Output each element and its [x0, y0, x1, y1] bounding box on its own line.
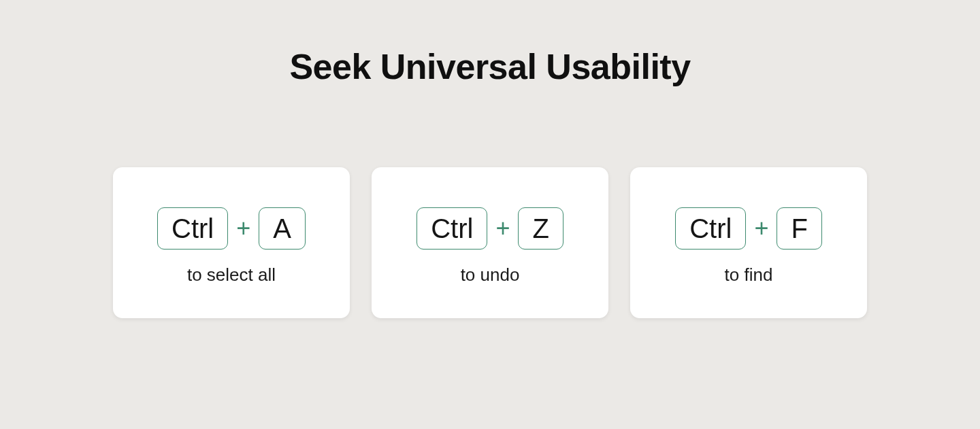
plus-icon: +: [754, 214, 768, 243]
shortcut-card-find: Ctrl + F to find: [630, 167, 867, 318]
shortcut-card-undo: Ctrl + Z to undo: [372, 167, 608, 318]
key-z: Z: [518, 207, 563, 250]
shortcut-cards: Ctrl + A to select all Ctrl + Z to undo …: [113, 167, 867, 318]
key-f: F: [777, 207, 821, 250]
key-ctrl: Ctrl: [157, 207, 228, 250]
shortcut-description: to undo: [461, 264, 520, 286]
key-row: Ctrl + A: [157, 207, 306, 250]
shortcut-card-select-all: Ctrl + A to select all: [113, 167, 350, 318]
key-row: Ctrl + F: [675, 207, 822, 250]
key-ctrl: Ctrl: [675, 207, 746, 250]
shortcut-description: to select all: [187, 264, 276, 286]
key-a: A: [259, 207, 306, 250]
key-row: Ctrl + Z: [416, 207, 564, 250]
plus-icon: +: [236, 214, 250, 243]
key-ctrl: Ctrl: [416, 207, 487, 250]
shortcut-description: to find: [725, 264, 773, 286]
page-title: Seek Universal Usability: [289, 46, 690, 87]
plus-icon: +: [495, 214, 510, 243]
